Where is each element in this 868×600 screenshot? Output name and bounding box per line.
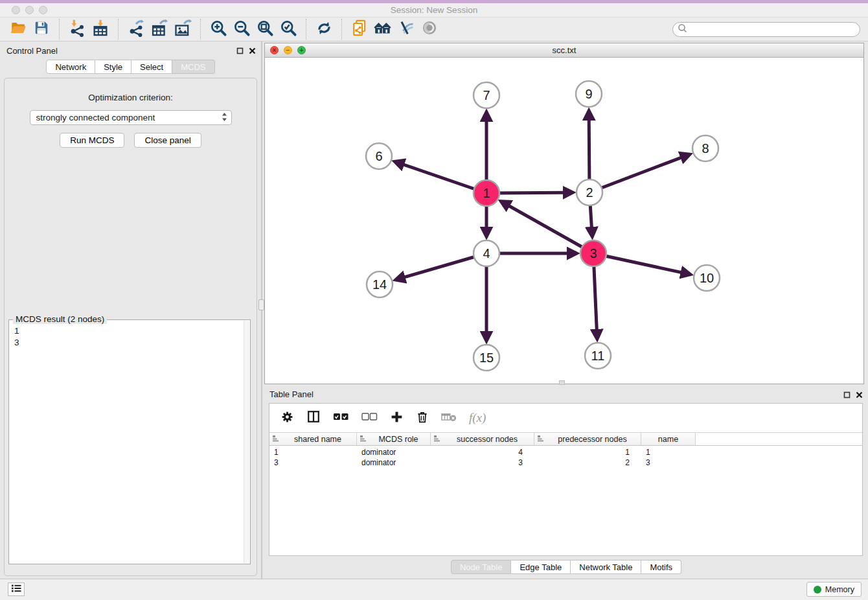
tab-network-table[interactable]: Network Table xyxy=(571,560,641,574)
table-cell[interactable]: 3 xyxy=(641,458,696,467)
close-panel-icon[interactable] xyxy=(249,45,256,57)
network-window-titlebar[interactable]: × − + scc.txt xyxy=(265,43,863,58)
zoom-in-button[interactable] xyxy=(207,18,230,40)
network-zoom-button[interactable]: + xyxy=(297,46,306,54)
table-cell[interactable]: 3 xyxy=(269,458,357,467)
zoom-selected-button[interactable] xyxy=(277,18,300,40)
tab-network[interactable]: Network xyxy=(46,60,95,74)
show-hide-button[interactable] xyxy=(418,18,441,40)
table-panel-title: Table Panel xyxy=(269,389,314,399)
criterion-select[interactable]: strongly connected component xyxy=(30,110,232,125)
graph-edge-3-1[interactable] xyxy=(507,205,593,253)
close-window-button[interactable] xyxy=(12,6,20,14)
float-panel-icon[interactable] xyxy=(236,45,244,57)
search-field[interactable] xyxy=(672,22,860,37)
column-header-predecessor-nodes[interactable]: predecessor nodes xyxy=(534,433,641,445)
window-traffic-lights[interactable] xyxy=(12,6,47,14)
memory-button-label: Memory xyxy=(825,585,854,594)
graph-edge-3-10[interactable] xyxy=(593,253,683,273)
table-cell[interactable]: 3 xyxy=(431,458,534,467)
export-image-button[interactable] xyxy=(171,18,194,40)
tab-node-table[interactable]: Node Table xyxy=(451,560,512,574)
run-mcds-button[interactable]: Run MCDS xyxy=(60,133,124,148)
zoom-fit-button[interactable] xyxy=(253,18,277,40)
control-panel-title: Control Panel xyxy=(6,46,58,56)
column-header-MCDS-role[interactable]: MCDS role xyxy=(357,433,431,445)
eye-icon xyxy=(420,19,439,40)
open-session-button[interactable] xyxy=(6,18,30,40)
save-session-button[interactable] xyxy=(30,18,53,40)
select-all-columns-button[interactable] xyxy=(333,411,349,424)
table-cell[interactable]: 1 xyxy=(641,448,696,457)
column-header-shared-name[interactable]: shared name xyxy=(269,433,357,445)
table-row[interactable]: 1dominator411 xyxy=(269,447,862,457)
deselect-all-columns-button[interactable] xyxy=(361,411,378,424)
minimize-window-button[interactable] xyxy=(25,6,34,14)
network-canvas[interactable]: 7968124314101511 xyxy=(265,58,863,384)
graphics-details-button[interactable] xyxy=(394,18,418,40)
import-network-button[interactable] xyxy=(65,18,89,40)
graph-node-6[interactable]: 6 xyxy=(366,143,392,169)
split-columns-button[interactable] xyxy=(306,410,321,426)
graph-node-10[interactable]: 10 xyxy=(694,265,720,291)
zoom-window-button[interactable] xyxy=(39,6,47,14)
root-network-button[interactable] xyxy=(371,18,394,40)
graph-node-3[interactable]: 3 xyxy=(580,240,606,266)
control-panel-header: Control Panel xyxy=(0,41,261,60)
table-cell[interactable]: 4 xyxy=(431,448,534,457)
table-cell[interactable]: dominator xyxy=(357,448,431,457)
column-header-name[interactable]: name xyxy=(641,433,696,445)
table-cell[interactable]: 1 xyxy=(534,448,641,457)
column-header-label: shared name xyxy=(282,435,354,444)
add-row-button[interactable] xyxy=(390,410,404,426)
table-cell[interactable]: 2 xyxy=(534,458,641,467)
horizontal-splitter-handle[interactable] xyxy=(559,380,565,385)
table-cell[interactable]: 1 xyxy=(269,448,357,457)
graph-node-14[interactable]: 14 xyxy=(367,271,393,297)
delete-row-button[interactable] xyxy=(416,410,429,426)
function-builder-button[interactable]: f(x) xyxy=(469,411,486,425)
graph-node-8[interactable]: 8 xyxy=(692,135,718,161)
graph-node-7[interactable]: 7 xyxy=(474,82,499,108)
memory-button[interactable]: Memory xyxy=(806,582,862,597)
network-close-button[interactable]: × xyxy=(270,46,279,54)
delete-column-button[interactable] xyxy=(441,411,457,425)
import-table-button[interactable] xyxy=(89,18,112,40)
float-panel-icon[interactable] xyxy=(843,389,851,401)
graph-node-11[interactable]: 11 xyxy=(585,343,611,369)
tab-style[interactable]: Style xyxy=(95,60,131,74)
search-input[interactable] xyxy=(688,24,843,35)
mcds-result-box: MCDS result (2 nodes) 13 xyxy=(8,319,251,564)
svg-text:4: 4 xyxy=(483,246,490,260)
graph-node-2[interactable]: 2 xyxy=(577,179,602,205)
export-network-button[interactable] xyxy=(124,18,148,40)
graph-node-4[interactable]: 4 xyxy=(474,240,499,266)
apply-layout-button[interactable] xyxy=(312,18,336,40)
network-minimize-button[interactable]: − xyxy=(284,46,292,54)
network-from-selection-button[interactable] xyxy=(348,18,371,40)
result-scrollbar[interactable] xyxy=(244,321,249,563)
task-history-button[interactable] xyxy=(8,583,25,596)
vertical-splitter-handle[interactable] xyxy=(258,299,264,310)
tab-mcds[interactable]: MCDS xyxy=(172,60,214,74)
column-header-successor-nodes[interactable]: successor nodes xyxy=(431,433,534,445)
graph-node-15[interactable]: 15 xyxy=(474,345,499,371)
export-table-button[interactable] xyxy=(148,18,171,40)
graph-node-1[interactable]: 1 xyxy=(474,180,499,206)
toolbar-separator xyxy=(341,19,342,40)
graph-edge-2-8[interactable] xyxy=(589,157,683,192)
close-panel-icon[interactable] xyxy=(856,389,863,401)
graph-node-9[interactable]: 9 xyxy=(576,81,602,107)
home-icon xyxy=(373,19,393,40)
table-settings-button[interactable] xyxy=(280,410,294,426)
tab-motifs[interactable]: Motifs xyxy=(641,560,681,574)
close-panel-button[interactable]: Close panel xyxy=(134,133,201,148)
tab-select[interactable]: Select xyxy=(131,60,172,74)
tab-edge-table[interactable]: Edge Table xyxy=(511,560,571,574)
window-title: Session: New Session xyxy=(0,5,868,15)
table-row[interactable]: 3dominator323 xyxy=(269,457,862,468)
zoom-out-button[interactable] xyxy=(230,18,253,40)
table-cell[interactable]: dominator xyxy=(357,458,431,467)
svg-text:11: 11 xyxy=(591,349,605,363)
column-type-icon xyxy=(272,435,282,444)
